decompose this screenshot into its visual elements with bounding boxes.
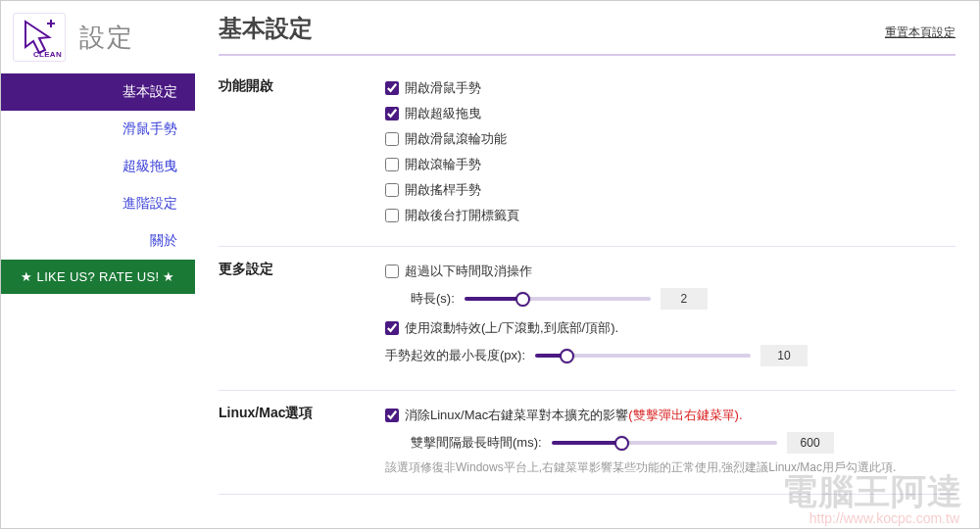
- minlen-slider-label: 手勢起效的最小長度(px):: [385, 347, 525, 364]
- page-title: 基本設定: [219, 13, 313, 44]
- dblclick-value: 600: [787, 432, 834, 454]
- enable-checkbox-4[interactable]: [385, 183, 399, 197]
- enable-checkbox-2[interactable]: [385, 132, 399, 146]
- linuxfix-red: (雙擊彈出右鍵菜單).: [628, 408, 742, 422]
- timeout-value: 2: [661, 288, 708, 310]
- minlen-value: 10: [760, 345, 808, 366]
- rate-us-banner[interactable]: ★ LIKE US? RATE US! ★: [1, 260, 195, 294]
- enable-label-1[interactable]: 開啟超級拖曳: [405, 105, 481, 122]
- timeout-slider-label: 時長(s):: [411, 290, 455, 308]
- enable-checkbox-3[interactable]: [385, 158, 399, 171]
- enable-label-3[interactable]: 開啟滾輪手勢: [405, 156, 481, 173]
- linuxfix-hint: 該選項修復非Windows平台上,右鍵菜單影響某些功能的正常使用,強烈建議Lin…: [385, 459, 956, 476]
- section-label: Linux/Mac選項: [219, 403, 385, 476]
- timeout-slider[interactable]: [465, 297, 651, 301]
- section-more: 更多設定 超過以下時間取消操作 時長(s): 2 使用滾動特效(上/下滾動,到底…: [219, 253, 956, 391]
- section-enable: 功能開啟 開啟滑鼠手勢開啟超級拖曳開啟滑鼠滾輪功能開啟滾輪手勢開啟搖桿手勢開啟後…: [219, 70, 956, 247]
- sidebar-nav: 基本設定 滑鼠手勢 超級拖曳 進階設定 關於: [1, 73, 195, 260]
- sidebar: CLEAN 設定 基本設定 滑鼠手勢 超級拖曳 進階設定 關於 ★ LIKE U…: [1, 1, 195, 528]
- timeout-checkbox[interactable]: [385, 264, 399, 278]
- enable-label-4[interactable]: 開啟搖桿手勢: [405, 181, 481, 199]
- linuxfix-label[interactable]: 消除Linux/Mac右鍵菜單對本擴充的影響(雙擊彈出右鍵菜單).: [405, 407, 743, 424]
- scrollfx-checkbox[interactable]: [385, 321, 399, 335]
- app-title: 設定: [79, 21, 134, 55]
- enable-label-0[interactable]: 開啟滑鼠手勢: [405, 79, 481, 97]
- dblclick-slider[interactable]: [552, 441, 777, 445]
- enable-label-5[interactable]: 開啟後台打開標籤頁: [405, 207, 519, 224]
- nav-superdrag[interactable]: 超級拖曳: [1, 148, 195, 185]
- enable-label-2[interactable]: 開啟滑鼠滾輪功能: [405, 130, 507, 148]
- minlen-slider[interactable]: [535, 354, 751, 358]
- main-panel: 基本設定 重置本頁設定 功能開啟 開啟滑鼠手勢開啟超級拖曳開啟滑鼠滾輪功能開啟滾…: [195, 1, 979, 528]
- linuxfix-text: 消除Linux/Mac右鍵菜單對本擴充的影響: [405, 408, 628, 422]
- nav-basic[interactable]: 基本設定: [1, 73, 195, 111]
- nav-gestures[interactable]: 滑鼠手勢: [1, 111, 195, 148]
- logo-row: CLEAN 設定: [1, 1, 195, 73]
- timeout-label[interactable]: 超過以下時間取消操作: [405, 263, 532, 280]
- logo-text: CLEAN: [33, 50, 62, 59]
- nav-advanced[interactable]: 進階設定: [1, 185, 195, 222]
- dblclick-slider-label: 雙擊間隔最長時間(ms):: [411, 434, 542, 452]
- reset-link[interactable]: 重置本頁設定: [885, 24, 956, 41]
- enable-checkbox-0[interactable]: [385, 81, 399, 95]
- enable-checkbox-1[interactable]: [385, 107, 399, 120]
- app-logo: CLEAN: [13, 13, 66, 62]
- section-linuxmac: Linux/Mac選項 消除Linux/Mac右鍵菜單對本擴充的影響(雙擊彈出右…: [219, 397, 956, 495]
- enable-checkbox-5[interactable]: [385, 209, 399, 222]
- linuxfix-checkbox[interactable]: [385, 409, 399, 422]
- nav-about[interactable]: 關於: [1, 222, 195, 260]
- section-label: 功能開啟: [219, 75, 385, 228]
- scrollfx-label[interactable]: 使用滾動特效(上/下滾動,到底部/頂部).: [405, 319, 618, 337]
- section-label: 更多設定: [219, 259, 385, 372]
- watermark-url: http://www.kocpc.com.tw: [809, 510, 959, 526]
